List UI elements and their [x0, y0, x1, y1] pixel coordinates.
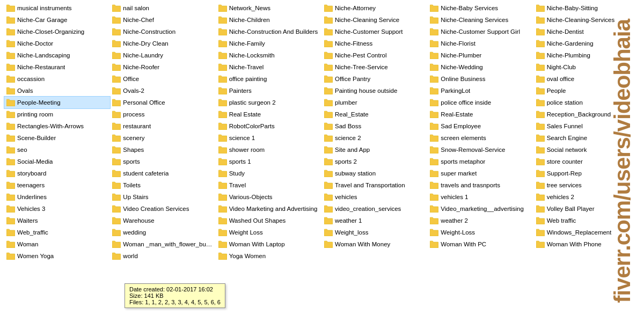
folder-item[interactable]: Toilets [110, 179, 216, 191]
folder-item[interactable]: Network_News [216, 2, 322, 14]
folder-item[interactable]: Site and App [322, 144, 428, 156]
folder-item[interactable]: Niche-Fitness [322, 38, 428, 49]
folder-item[interactable]: Painting house outside [322, 85, 428, 97]
folder-item[interactable]: RobotColorParts [216, 120, 322, 132]
folder-item[interactable]: Underlines [4, 191, 110, 203]
folder-item[interactable]: weather 1 [322, 215, 428, 226]
folder-item[interactable]: video_creation_services [322, 203, 428, 215]
folder-item[interactable]: world [110, 250, 216, 262]
folder-item[interactable]: Niche-Locksmith [216, 49, 322, 61]
folder-item[interactable]: Niche-Car Garage [4, 14, 110, 26]
folder-item[interactable]: Yoga Women [216, 250, 322, 262]
folder-item[interactable]: police station [534, 97, 640, 108]
folder-item[interactable]: storyboard [4, 167, 110, 179]
folder-item[interactable]: Niche-Customer Support [322, 26, 428, 38]
folder-item[interactable]: Woman With Phone [534, 238, 640, 250]
folder-item[interactable]: Weight-Loss [428, 226, 533, 238]
folder-item[interactable]: Niche-Florist [428, 38, 533, 49]
folder-item[interactable]: travels and trasnports [428, 179, 533, 191]
folder-item[interactable]: printing room [4, 108, 110, 120]
folder-item[interactable]: Niche-Roofer [110, 61, 216, 73]
folder-item[interactable]: Niche-Children [216, 14, 322, 26]
folder-item[interactable]: Niche-Cleaning-Services [534, 14, 640, 26]
folder-item[interactable]: super market [428, 167, 533, 179]
folder-item[interactable]: Waiters [4, 215, 110, 226]
folder-item[interactable]: Niche-Closet-Organizing [4, 26, 110, 38]
folder-item[interactable]: Real Estate [216, 108, 322, 120]
folder-item[interactable]: science 1 [216, 132, 322, 144]
folder-item[interactable]: shower room [216, 144, 322, 156]
folder-item[interactable]: Up Stairs [110, 191, 216, 203]
folder-item[interactable]: Personal Office [110, 97, 216, 108]
folder-item[interactable]: Various-Objects [216, 191, 322, 203]
folder-item[interactable]: Niche-Plumbing [534, 49, 640, 61]
folder-item[interactable]: tree services [534, 179, 640, 191]
folder-item[interactable]: Niche-Customer Support Girl [428, 26, 533, 38]
folder-item[interactable]: Woman [4, 238, 110, 250]
folder-item[interactable]: Warehouse [110, 215, 216, 226]
folder-item[interactable]: Travel [216, 179, 322, 191]
folder-item[interactable]: Niche-Dry Clean [110, 38, 216, 49]
folder-item[interactable]: Online Business [428, 73, 533, 85]
folder-item[interactable]: Support-Rep [534, 167, 640, 179]
folder-item[interactable]: Video Marketing and Advertising [216, 203, 322, 215]
folder-item[interactable]: subway station [322, 167, 428, 179]
folder-item[interactable]: Night-Club [534, 61, 640, 73]
folder-item[interactable]: Washed Out Shapes [216, 215, 322, 226]
folder-item[interactable]: Sales Funnel [534, 120, 640, 132]
folder-item[interactable]: Niche-Doctor [4, 38, 110, 49]
folder-item[interactable]: Niche-Tree-Service [322, 61, 428, 73]
folder-item[interactable]: People [534, 85, 640, 97]
folder-item[interactable]: Office [110, 73, 216, 85]
folder-item[interactable]: Rectangles-With-Arrows [4, 120, 110, 132]
folder-item[interactable]: Niche-Construction And Builders [216, 26, 322, 38]
folder-item[interactable]: store counter [534, 156, 640, 167]
folder-item[interactable]: Niche-Dentist [534, 26, 640, 38]
folder-item[interactable]: office painting [216, 73, 322, 85]
folder-item[interactable]: Scene-Builder [4, 132, 110, 144]
folder-item[interactable]: sports [110, 156, 216, 167]
folder-item[interactable]: Office Pantry [322, 73, 428, 85]
folder-item[interactable]: Snow-Removal-Service [428, 144, 533, 156]
folder-item[interactable]: vehicles 1 [428, 191, 533, 203]
folder-item[interactable]: Niche-Travel [216, 61, 322, 73]
folder-item[interactable]: vehicles [322, 191, 428, 203]
folder-item[interactable]: Reception_Background [534, 108, 640, 120]
folder-item[interactable]: Weight_loss [322, 226, 428, 238]
folder-item[interactable]: Real-Estate [428, 108, 533, 120]
folder-item[interactable]: Niche-Pest Control [322, 49, 428, 61]
folder-item[interactable]: Travel and Transportation [322, 179, 428, 191]
folder-item[interactable]: occassion [4, 73, 110, 85]
folder-item[interactable]: Study [216, 167, 322, 179]
folder-item[interactable]: Ovals-2 [110, 85, 216, 97]
folder-item[interactable]: process [110, 108, 216, 120]
folder-item[interactable]: weather 2 [428, 215, 533, 226]
folder-item[interactable]: restaurant [110, 120, 216, 132]
folder-item[interactable]: teenagers [4, 179, 110, 191]
folder-item[interactable]: Volley Ball Player [534, 203, 640, 215]
folder-item[interactable]: Vehicles 3 [4, 203, 110, 215]
folder-item[interactable]: vehicles 2 [534, 191, 640, 203]
folder-item[interactable]: plastic surgeon 2 [216, 97, 322, 108]
folder-item[interactable]: Sad Employee [428, 120, 533, 132]
folder-item[interactable]: Woman _man_with_flower_business [110, 238, 216, 250]
folder-item[interactable]: student cafeteria [110, 167, 216, 179]
folder-item[interactable]: Niche-Baby Services [428, 2, 533, 14]
folder-item[interactable]: Niche-Construction [110, 26, 216, 38]
folder-item[interactable]: Real_Estate [322, 108, 428, 120]
folder-item[interactable]: Niche-Cleaning Services [428, 14, 533, 26]
folder-item[interactable]: nail salon [110, 2, 216, 14]
folder-item[interactable]: Women Yoga [4, 250, 110, 262]
folder-item[interactable]: sports 2 [322, 156, 428, 167]
folder-item[interactable]: Niche-Chef [110, 14, 216, 26]
folder-item[interactable]: Niche-Restaurant [4, 61, 110, 73]
folder-item[interactable]: Niche-Landscaping [4, 49, 110, 61]
folder-item[interactable]: plumber [322, 97, 428, 108]
folder-item[interactable]: Niche-Plumber [428, 49, 533, 61]
folder-item[interactable]: People-Meeting [4, 97, 110, 108]
folder-item[interactable]: sports 1 [216, 156, 322, 167]
folder-item[interactable]: seo [4, 144, 110, 156]
folder-item[interactable]: sports metaphor [428, 156, 533, 167]
folder-item[interactable]: Web traffic [534, 215, 640, 226]
folder-item[interactable]: Woman With Laptop [216, 238, 322, 250]
